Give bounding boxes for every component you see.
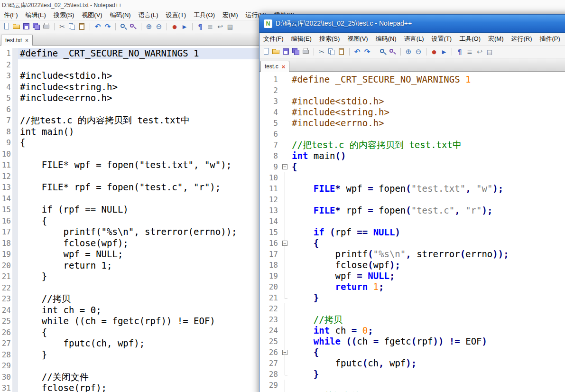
bookmark-margin bbox=[12, 249, 18, 260]
fold-marker-icon[interactable] bbox=[282, 241, 287, 246]
save-icon[interactable] bbox=[22, 22, 31, 31]
open-file-icon[interactable] bbox=[12, 22, 21, 31]
menu-item[interactable]: 语言(L) bbox=[400, 34, 428, 44]
word-wrap-icon[interactable] bbox=[475, 47, 484, 56]
document-map-icon[interactable] bbox=[485, 47, 494, 56]
menu-item[interactable]: 编辑(E) bbox=[22, 10, 50, 20]
fold-marker-icon[interactable] bbox=[282, 164, 287, 169]
line-number: 10 bbox=[0, 149, 12, 160]
menu-item[interactable]: 插件(P) bbox=[536, 34, 564, 44]
menu-item[interactable]: 运行(R) bbox=[507, 34, 536, 44]
open-file-icon[interactable] bbox=[272, 47, 280, 56]
code-text: return 1; bbox=[290, 281, 565, 292]
menu-item[interactable]: 宏(M) bbox=[484, 34, 508, 44]
fg-titlebar[interactable]: D:\码云库\2022\test_02_25\test.c - Notepad+… bbox=[259, 15, 565, 33]
copy-icon[interactable] bbox=[327, 47, 336, 56]
save-all-icon[interactable] bbox=[292, 47, 300, 56]
line-number: 15 bbox=[0, 204, 12, 215]
toolbar-separator bbox=[90, 23, 90, 30]
show-all-characters-icon[interactable] bbox=[455, 47, 464, 56]
fold-guide bbox=[285, 216, 285, 227]
print-icon[interactable] bbox=[42, 22, 51, 31]
zoom-out-icon[interactable] bbox=[414, 47, 423, 56]
tab-close-icon[interactable] bbox=[282, 64, 286, 70]
cut-icon[interactable] bbox=[317, 47, 326, 56]
redo-icon[interactable] bbox=[103, 22, 112, 31]
line-number: 6 bbox=[0, 104, 12, 115]
menu-item[interactable]: 编辑(E) bbox=[287, 34, 315, 44]
zoom-in-icon[interactable] bbox=[404, 47, 413, 56]
play-macro-icon[interactable] bbox=[440, 47, 448, 56]
new-file-icon[interactable] bbox=[262, 47, 270, 56]
save-icon[interactable] bbox=[282, 47, 290, 56]
menu-item[interactable]: 文件(F) bbox=[259, 34, 287, 44]
menu-item[interactable]: 设置(T) bbox=[162, 10, 190, 20]
menu-item[interactable]: 设置(T) bbox=[428, 34, 456, 44]
replace-icon[interactable] bbox=[389, 47, 397, 56]
line-number: 31 bbox=[0, 383, 12, 392]
paste-icon[interactable] bbox=[337, 47, 346, 56]
line-number: 27 bbox=[0, 338, 12, 349]
zoom-out-icon[interactable] bbox=[155, 22, 163, 31]
code-text: //把test.c 的内容拷贝到 test.txt中 bbox=[290, 140, 565, 150]
code-text bbox=[290, 303, 565, 314]
tab-test-c[interactable]: test.c bbox=[260, 61, 289, 72]
document-map-icon[interactable] bbox=[226, 22, 234, 31]
bookmark-margin bbox=[12, 93, 18, 104]
fg-tabbar: test.c bbox=[259, 58, 565, 72]
undo-icon[interactable] bbox=[93, 22, 102, 31]
code-text: { bbox=[290, 347, 565, 358]
print-icon[interactable] bbox=[302, 47, 310, 56]
line-number: 27 bbox=[259, 358, 279, 369]
fold-guide bbox=[285, 205, 285, 216]
code-text: FILE* rpf = fopen("test.c", "r"); bbox=[290, 205, 565, 216]
fold-margin bbox=[279, 347, 290, 358]
menu-item[interactable]: 件(F) bbox=[0, 10, 22, 20]
tab-close-icon[interactable] bbox=[25, 38, 28, 43]
copy-icon[interactable] bbox=[68, 22, 76, 31]
fg-window-title: D:\码云库\2022\test_02_25\test.c - Notepad+… bbox=[276, 19, 412, 28]
code-line: 9{ bbox=[259, 161, 565, 172]
line-number: 21 bbox=[259, 292, 279, 303]
fold-end-marker bbox=[285, 292, 287, 299]
show-all-characters-icon[interactable] bbox=[196, 22, 204, 31]
menu-item[interactable]: 编码(N) bbox=[106, 10, 135, 20]
cut-icon[interactable] bbox=[58, 22, 66, 31]
undo-icon[interactable] bbox=[353, 47, 361, 56]
code-text: fputc(ch, wpf); bbox=[290, 358, 565, 369]
save-all-icon[interactable] bbox=[32, 22, 41, 31]
fg-code-editor[interactable]: 1#define _CRT_SECURE_NO_WARNINGS 123#inc… bbox=[259, 72, 565, 392]
word-wrap-icon[interactable] bbox=[216, 22, 224, 31]
menu-item[interactable]: 语言(L) bbox=[135, 10, 162, 20]
zoom-in-icon[interactable] bbox=[145, 22, 153, 31]
new-file-icon[interactable] bbox=[2, 22, 11, 31]
fold-marker-icon[interactable] bbox=[282, 350, 287, 355]
fold-margin bbox=[279, 129, 290, 140]
fold-margin bbox=[279, 336, 290, 347]
code-text: while ((ch = fgetc(rpf)) != EOF) bbox=[290, 336, 565, 347]
menu-item[interactable]: 编码(N) bbox=[372, 34, 400, 44]
find-icon[interactable] bbox=[379, 47, 387, 56]
tab-test-txt[interactable]: test.txt bbox=[1, 35, 33, 46]
paste-icon[interactable] bbox=[78, 22, 86, 31]
code-text: int ch = 0; bbox=[290, 325, 565, 336]
line-number: 7 bbox=[0, 115, 12, 126]
menu-item[interactable]: 工具(O) bbox=[190, 10, 219, 20]
code-line: 13 FILE* rpf = fopen("test.c", "r"); bbox=[259, 205, 565, 216]
record-macro-icon[interactable] bbox=[170, 22, 179, 31]
menu-item[interactable]: 搜索(S) bbox=[315, 34, 343, 44]
menu-item[interactable]: 搜索(S) bbox=[50, 10, 78, 20]
toolbar-separator bbox=[426, 48, 426, 56]
find-icon[interactable] bbox=[119, 22, 128, 31]
redo-icon[interactable] bbox=[363, 47, 371, 56]
menu-item[interactable]: 视图(V) bbox=[78, 10, 106, 20]
menu-item[interactable]: 视图(V) bbox=[343, 34, 371, 44]
code-text: #define _CRT_SECURE_NO_WARNINGS 1 bbox=[290, 74, 565, 85]
record-macro-icon[interactable] bbox=[430, 47, 438, 56]
play-macro-icon[interactable] bbox=[180, 22, 189, 31]
menu-item[interactable]: 工具(O) bbox=[455, 34, 484, 44]
indent-guide-icon[interactable] bbox=[465, 47, 474, 56]
replace-icon[interactable] bbox=[129, 22, 138, 31]
indent-guide-icon[interactable] bbox=[206, 22, 214, 31]
menu-item[interactable]: 宏(M) bbox=[219, 10, 242, 20]
